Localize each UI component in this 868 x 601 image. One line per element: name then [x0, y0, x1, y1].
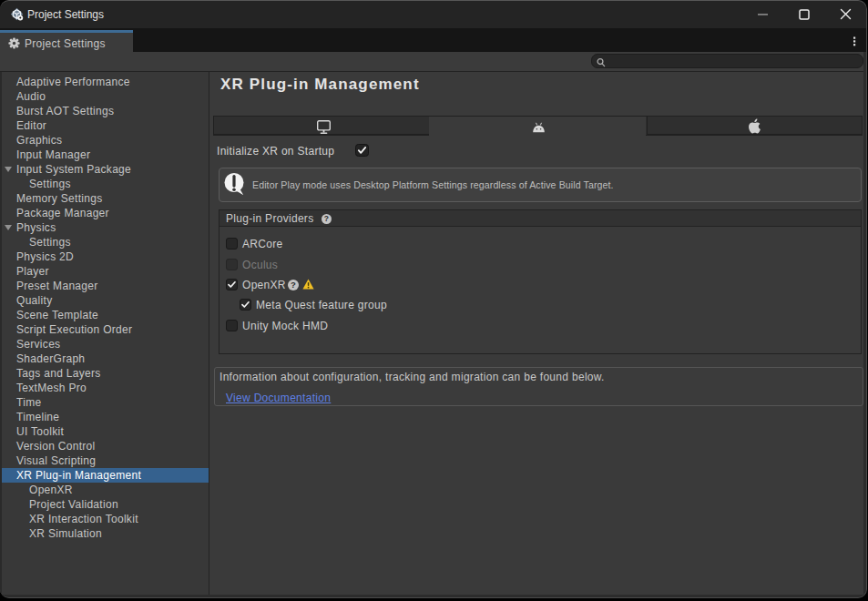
- svg-text:?: ?: [291, 280, 296, 290]
- svg-text:?: ?: [324, 214, 330, 223]
